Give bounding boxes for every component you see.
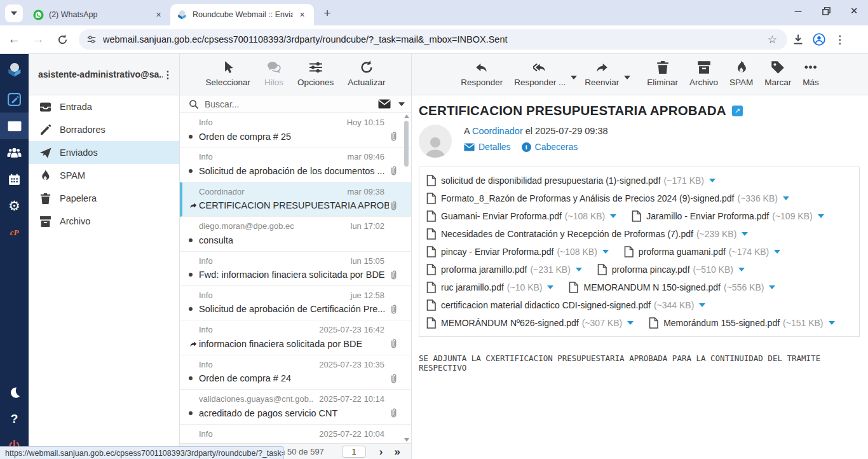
message-row[interactable]: Info lun 15:05 Fwd: informacion finacier…	[180, 252, 411, 286]
attachment-item[interactable]: MEMORANDUM N 150-signed.pdf (~556 KB)	[569, 278, 775, 296]
reload-button[interactable]	[52, 29, 72, 50]
attachment-item[interactable]: solicitud de disponibilidad presupuestar…	[426, 172, 715, 189]
close-button[interactable]: ×	[840, 0, 868, 22]
last-page-icon[interactable]: »	[389, 446, 406, 457]
dark-mode-moon-icon[interactable]	[0, 379, 29, 406]
attachment-item[interactable]: proforma pincay.pdf (~510 KB)	[597, 261, 745, 278]
scroll-up-icon[interactable]	[404, 114, 409, 118]
attachment-dropdown-icon[interactable]	[774, 250, 780, 254]
back-button[interactable]: ←	[4, 29, 24, 50]
minimize-button[interactable]: ─	[784, 0, 812, 22]
forward-button[interactable]: Reenviar	[581, 59, 623, 88]
message-row[interactable]: diego.moran@dpe.gob.ec lun 17:02 consult…	[180, 217, 411, 251]
attachment-dropdown-icon[interactable]	[738, 268, 745, 271]
calendar-nav-button[interactable]	[0, 166, 29, 193]
attachment-dropdown-icon[interactable]	[709, 179, 715, 182]
attachment-item[interactable]: pincay - Enviar Proforma.pdf (~108 KB)	[426, 243, 609, 261]
details-toggle[interactable]: Detalles	[464, 142, 511, 152]
attachment-dropdown-icon[interactable]	[818, 214, 824, 218]
tab-close-icon[interactable]: ×	[297, 10, 308, 20]
headers-toggle[interactable]: i Cabeceras	[522, 142, 578, 152]
contacts-nav-button[interactable]	[0, 139, 29, 166]
message-row[interactable]: Info 2025-07-22 10:04	[180, 425, 411, 443]
folder-item-archivo[interactable]: Archivo	[29, 210, 179, 233]
folder-item-spam[interactable]: SPAM	[29, 164, 179, 187]
attachment-dropdown-icon[interactable]	[602, 250, 609, 254]
page-number-input[interactable]: 1	[342, 446, 366, 458]
search-scope-envelope-icon[interactable]	[378, 99, 391, 109]
attachment-dropdown-icon[interactable]	[699, 303, 705, 307]
message-row[interactable]: Info mar 09:46 Solicitud de aprobación d…	[180, 147, 411, 182]
forward-button[interactable]: →	[28, 29, 48, 50]
attachment-dropdown-icon[interactable]	[610, 214, 616, 218]
attachment-item[interactable]: MEMORÁNDUM Nº626-signed.pdf (~307 KB)	[426, 314, 634, 332]
message-row[interactable]: Coordinador mar 09:38 CERTIFICACION PRES…	[180, 182, 411, 217]
attachment-item[interactable]: ruc jaramillo.pdf (~10 KB)	[426, 278, 553, 296]
reply-all-dropdown-icon[interactable]	[571, 76, 577, 79]
spam-button[interactable]: SPAM	[726, 59, 757, 95]
open-in-new-window-icon[interactable]: ↗	[732, 106, 743, 116]
attachment-item[interactable]: Formato_8_Razón de Proformas y Análisis …	[426, 189, 789, 207]
address-bar[interactable]: webmail.sanjuan.gob.ec/cpsess7001108393/…	[79, 29, 787, 50]
search-bar[interactable]: Buscar...	[180, 95, 411, 113]
folder-menu-icon[interactable]: ⋮	[163, 69, 173, 81]
next-page-icon[interactable]: ›	[374, 446, 389, 457]
tab-search-button[interactable]	[5, 4, 23, 22]
attachment-dropdown-icon[interactable]	[829, 321, 835, 325]
attachment-dropdown-icon[interactable]	[627, 321, 634, 325]
message-row[interactable]: Info 2025-07-23 16:42 informacion finaci…	[180, 320, 411, 355]
attachment-dropdown-icon[interactable]	[576, 268, 582, 271]
browser-menu-icon[interactable]: ⋮	[834, 33, 845, 46]
tab-close-icon[interactable]: ×	[153, 10, 164, 20]
reply-button[interactable]: Responder	[457, 59, 506, 95]
help-icon[interactable]: ?	[0, 406, 29, 432]
threads-button[interactable]: Hilos	[261, 59, 287, 95]
cpanel-logo[interactable]: cP	[0, 219, 29, 246]
attachment-item[interactable]: Jaramillo - Enviar Proforma.pdf (~109 KB…	[632, 207, 824, 225]
attachment-item[interactable]: proforma guamani.pdf (~174 KB)	[624, 243, 780, 261]
attachment-dropdown-icon[interactable]	[783, 196, 789, 200]
browser-tab-whatsapp[interactable]: (2) WhatsApp ×	[27, 4, 170, 25]
attachment-item[interactable]: Necesidades de Contratación y Recepción …	[426, 225, 748, 243]
attachment-dropdown-icon[interactable]	[547, 285, 553, 289]
recipient-link[interactable]: Coordinador	[472, 126, 523, 136]
mail-nav-button[interactable]	[0, 113, 29, 139]
folder-item-borradores[interactable]: Borradores	[29, 118, 179, 141]
settings-gear-icon[interactable]: ⚙	[0, 193, 29, 219]
message-row[interactable]: Info Hoy 10:15 Orden de compra # 25	[180, 113, 411, 147]
profile-icon[interactable]	[813, 33, 825, 46]
attachment-dropdown-icon[interactable]	[769, 285, 775, 289]
reply-all-button[interactable]: Responder ...	[510, 59, 569, 88]
search-input[interactable]: Buscar...	[205, 99, 378, 109]
attachment-item[interactable]: Memorándum 155-signed.pdf (~151 KB)	[649, 314, 834, 332]
attachment-item[interactable]: certificacion material didactico CDI-sig…	[426, 296, 705, 314]
folder-item-entrada[interactable]: Entrada	[29, 95, 179, 118]
folder-item-papelera[interactable]: Papelera	[29, 187, 179, 210]
compose-button[interactable]	[0, 86, 29, 113]
bookmark-star-icon[interactable]: ☆	[765, 33, 780, 46]
attachment-item[interactable]: proforma jaramillo.pdf (~231 KB)	[426, 261, 582, 278]
list-scrollbar[interactable]	[403, 113, 410, 443]
message-row[interactable]: Info jue 12:58 Solicitud de aprobación d…	[180, 286, 411, 320]
message-row[interactable]: Info 2025-07-23 10:35 Orden de compra # …	[180, 355, 411, 390]
scrollbar-thumb[interactable]	[404, 121, 409, 167]
mark-button[interactable]: Marcar	[761, 59, 795, 95]
browser-tab-roundcube[interactable]: Roundcube Webmail :: Enviados ×	[170, 4, 314, 25]
archive-button[interactable]: Archivo	[686, 59, 722, 95]
refresh-button[interactable]: Actualizar	[344, 59, 389, 95]
select-button[interactable]: Seleccionar	[202, 59, 255, 95]
scroll-down-icon[interactable]	[404, 438, 409, 442]
new-tab-button[interactable]: +	[319, 5, 336, 22]
attachment-item[interactable]: Guamani- Enviar Proforma.pdf (~108 KB)	[426, 207, 616, 225]
folder-item-enviados[interactable]: Enviados	[29, 141, 179, 164]
delete-button[interactable]: Eliminar	[643, 59, 682, 95]
options-button[interactable]: Opciones	[294, 59, 337, 95]
restore-button[interactable]	[812, 0, 840, 22]
search-options-chevron-icon[interactable]	[398, 102, 405, 106]
forward-dropdown-icon[interactable]	[624, 76, 630, 79]
more-button[interactable]: ••• Más	[799, 59, 823, 95]
site-info-icon[interactable]	[86, 34, 97, 45]
download-icon[interactable]	[792, 34, 804, 45]
message-row[interactable]: validaciones.guayas@cnt.gob... 2025-07-2…	[180, 390, 411, 424]
attachment-dropdown-icon[interactable]	[742, 232, 748, 236]
